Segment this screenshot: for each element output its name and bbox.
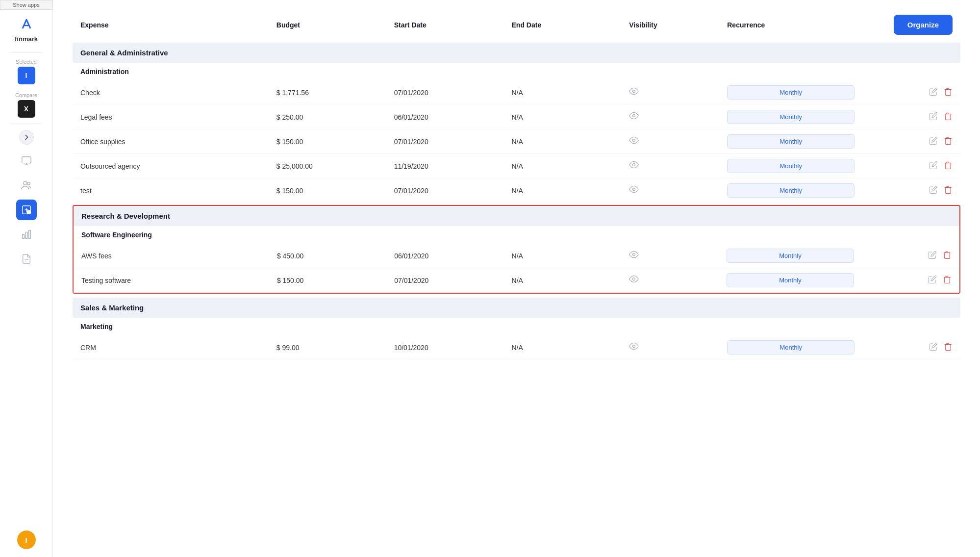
edit-button[interactable] bbox=[929, 161, 938, 172]
expense-budget: $ 25,000.00 bbox=[276, 162, 394, 170]
nav-monitor-icon[interactable] bbox=[16, 151, 37, 171]
svg-point-16 bbox=[633, 188, 635, 191]
visibility-icon[interactable] bbox=[629, 274, 727, 286]
edit-button[interactable] bbox=[929, 185, 938, 196]
show-apps-button[interactable]: Show apps bbox=[0, 0, 52, 10]
row-actions bbox=[854, 251, 952, 261]
delete-button[interactable] bbox=[944, 87, 953, 98]
recurrence-badge[interactable]: Monthly bbox=[727, 183, 854, 198]
delete-button[interactable] bbox=[943, 251, 952, 261]
delete-button[interactable] bbox=[944, 342, 953, 353]
expense-end-date: N/A bbox=[512, 252, 629, 260]
expense-name: Office supplies bbox=[80, 138, 276, 146]
selected-avatar[interactable]: I bbox=[18, 67, 35, 84]
nav-people-icon[interactable] bbox=[16, 175, 37, 196]
sidebar-divider bbox=[10, 52, 42, 53]
col-end-date: End Date bbox=[512, 21, 629, 29]
expense-start-date: 06/01/2020 bbox=[394, 252, 511, 260]
eye-svg bbox=[629, 184, 639, 194]
expense-budget: $ 150.00 bbox=[277, 277, 394, 284]
edit-button[interactable] bbox=[929, 112, 938, 123]
delete-button[interactable] bbox=[944, 112, 953, 123]
eye-svg bbox=[629, 135, 639, 145]
row-actions bbox=[854, 161, 953, 172]
sidebar-divider-2 bbox=[10, 124, 42, 124]
expense-start-date: 07/01/2020 bbox=[394, 89, 512, 97]
monitor-svg bbox=[21, 155, 32, 166]
recurrence-badge[interactable]: Monthly bbox=[727, 159, 854, 173]
nav-expenses-icon[interactable]: $ bbox=[16, 200, 37, 220]
svg-text:$: $ bbox=[27, 210, 29, 214]
trash-icon bbox=[943, 251, 952, 259]
delete-button[interactable] bbox=[944, 185, 953, 196]
nav-arrow-button[interactable] bbox=[19, 130, 34, 145]
svg-rect-8 bbox=[25, 232, 27, 238]
sidebar: Show apps finmark Selected I Compare X bbox=[0, 0, 53, 557]
subcategory-header-software-eng: Software Engineering bbox=[74, 226, 959, 244]
trash-icon bbox=[943, 275, 952, 284]
visibility-icon[interactable] bbox=[629, 341, 727, 354]
recurrence-badge[interactable]: Monthly bbox=[727, 249, 854, 263]
table-row: Office supplies $ 150.00 07/01/2020 N/A … bbox=[73, 129, 960, 154]
eye-svg bbox=[629, 274, 639, 284]
expense-start-date: 07/01/2020 bbox=[394, 187, 512, 195]
table-row: Check $ 1,771.56 07/01/2020 N/A Monthly bbox=[73, 80, 960, 105]
recurrence-badge[interactable]: Monthly bbox=[727, 340, 854, 354]
finmark-logo-icon bbox=[18, 16, 35, 33]
row-actions bbox=[854, 112, 953, 123]
visibility-icon[interactable] bbox=[629, 250, 727, 262]
delete-button[interactable] bbox=[944, 136, 953, 147]
visibility-icon[interactable] bbox=[629, 86, 727, 99]
expense-start-date: 11/19/2020 bbox=[394, 162, 512, 170]
section-research-development: Research & Development Software Engineer… bbox=[73, 205, 960, 294]
delete-button[interactable] bbox=[944, 161, 953, 172]
expense-budget: $ 250.00 bbox=[276, 113, 394, 121]
edit-button[interactable] bbox=[929, 342, 938, 353]
expense-end-date: N/A bbox=[512, 113, 629, 121]
table-row: Legal fees $ 250.00 06/01/2020 N/A Month… bbox=[73, 105, 960, 129]
row-actions bbox=[854, 275, 952, 286]
recurrence-badge[interactable]: Monthly bbox=[727, 110, 854, 124]
visibility-icon[interactable] bbox=[629, 135, 727, 148]
svg-point-2 bbox=[23, 181, 26, 185]
nav-chart-icon[interactable] bbox=[16, 224, 37, 245]
svg-point-15 bbox=[633, 164, 635, 166]
col-budget: Budget bbox=[276, 21, 394, 29]
people-svg bbox=[21, 180, 32, 191]
compare-avatar[interactable]: X bbox=[18, 100, 35, 118]
user-avatar[interactable]: I bbox=[17, 531, 36, 549]
selected-label: Selected bbox=[16, 59, 37, 65]
edit-button[interactable] bbox=[929, 87, 938, 98]
svg-point-19 bbox=[633, 345, 635, 348]
row-actions bbox=[854, 136, 953, 147]
main-content: Expense Budget Start Date End Date Visib… bbox=[53, 0, 980, 557]
logo-area: finmark bbox=[15, 10, 38, 51]
visibility-icon[interactable] bbox=[629, 111, 727, 123]
expense-start-date: 07/01/2020 bbox=[394, 138, 512, 146]
expense-budget: $ 99.00 bbox=[276, 344, 394, 352]
edit-button[interactable] bbox=[928, 251, 937, 261]
nav-document-icon[interactable] bbox=[16, 249, 37, 269]
pencil-icon bbox=[929, 342, 938, 351]
organize-button[interactable]: Organize bbox=[894, 15, 953, 35]
expense-name: AWS fees bbox=[81, 252, 277, 260]
trash-icon bbox=[944, 161, 953, 170]
delete-button[interactable] bbox=[943, 275, 952, 286]
table-row: AWS fees $ 450.00 06/01/2020 N/A Monthly bbox=[74, 244, 959, 268]
edit-button[interactable] bbox=[929, 136, 938, 147]
trash-icon bbox=[944, 136, 953, 145]
edit-button[interactable] bbox=[928, 275, 937, 286]
expense-budget: $ 150.00 bbox=[276, 138, 394, 146]
recurrence-badge[interactable]: Monthly bbox=[727, 273, 854, 287]
recurrence-badge[interactable]: Monthly bbox=[727, 134, 854, 149]
logo-text: finmark bbox=[15, 35, 38, 43]
svg-point-17 bbox=[632, 253, 635, 256]
recurrence-badge[interactable]: Monthly bbox=[727, 85, 854, 100]
visibility-icon[interactable] bbox=[629, 160, 727, 172]
pencil-icon bbox=[929, 112, 938, 121]
expense-end-date: N/A bbox=[512, 89, 629, 97]
table-row: test $ 150.00 07/01/2020 N/A Monthly bbox=[73, 178, 960, 203]
expense-name: Legal fees bbox=[80, 113, 276, 121]
expense-budget: $ 450.00 bbox=[277, 252, 394, 260]
visibility-icon[interactable] bbox=[629, 184, 727, 197]
